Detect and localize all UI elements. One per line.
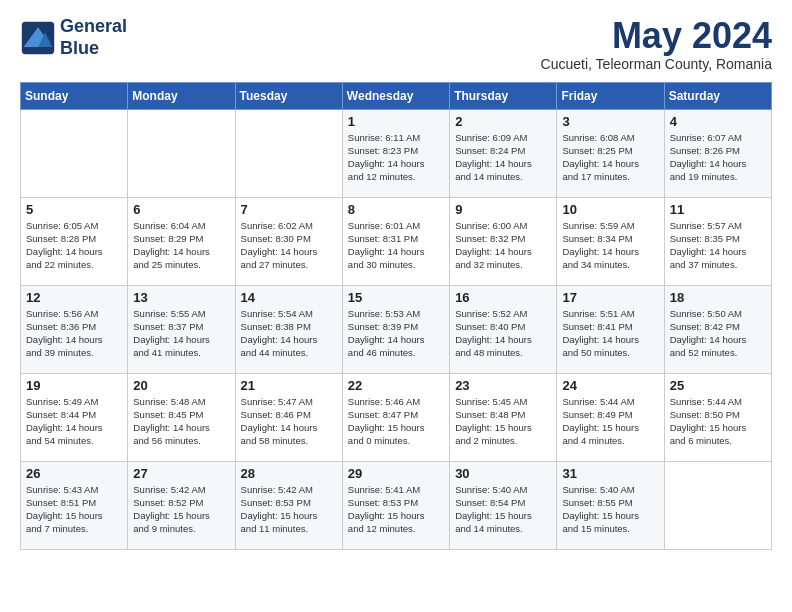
day-content: Sunrise: 5:42 AMSunset: 8:52 PMDaylight:… (133, 483, 229, 536)
date-number: 21 (241, 378, 337, 393)
day-content: Sunrise: 6:11 AMSunset: 8:23 PMDaylight:… (348, 131, 444, 184)
location-subtitle: Cucueti, Teleorman County, Romania (541, 56, 772, 72)
day-content: Sunrise: 5:51 AMSunset: 8:41 PMDaylight:… (562, 307, 658, 360)
day-cell: 2Sunrise: 6:09 AMSunset: 8:24 PMDaylight… (450, 109, 557, 197)
day-content: Sunrise: 5:45 AMSunset: 8:48 PMDaylight:… (455, 395, 551, 448)
day-content: Sunrise: 5:56 AMSunset: 8:36 PMDaylight:… (26, 307, 122, 360)
day-cell: 5Sunrise: 6:05 AMSunset: 8:28 PMDaylight… (21, 197, 128, 285)
day-cell: 22Sunrise: 5:46 AMSunset: 8:47 PMDayligh… (342, 373, 449, 461)
day-cell: 31Sunrise: 5:40 AMSunset: 8:55 PMDayligh… (557, 461, 664, 549)
date-number: 23 (455, 378, 551, 393)
date-number: 5 (26, 202, 122, 217)
day-cell (235, 109, 342, 197)
week-row-2: 5Sunrise: 6:05 AMSunset: 8:28 PMDaylight… (21, 197, 772, 285)
day-content: Sunrise: 5:59 AMSunset: 8:34 PMDaylight:… (562, 219, 658, 272)
logo-line1: General (60, 16, 127, 38)
day-content: Sunrise: 5:57 AMSunset: 8:35 PMDaylight:… (670, 219, 766, 272)
weekday-header-thursday: Thursday (450, 82, 557, 109)
week-row-5: 26Sunrise: 5:43 AMSunset: 8:51 PMDayligh… (21, 461, 772, 549)
date-number: 17 (562, 290, 658, 305)
day-cell: 9Sunrise: 6:00 AMSunset: 8:32 PMDaylight… (450, 197, 557, 285)
day-content: Sunrise: 5:46 AMSunset: 8:47 PMDaylight:… (348, 395, 444, 448)
weekday-header-row: SundayMondayTuesdayWednesdayThursdayFrid… (21, 82, 772, 109)
weekday-header-sunday: Sunday (21, 82, 128, 109)
date-number: 14 (241, 290, 337, 305)
day-content: Sunrise: 6:02 AMSunset: 8:30 PMDaylight:… (241, 219, 337, 272)
weekday-header-tuesday: Tuesday (235, 82, 342, 109)
header: General Blue May 2024 Cucueti, Teleorman… (20, 16, 772, 72)
day-content: Sunrise: 5:42 AMSunset: 8:53 PMDaylight:… (241, 483, 337, 536)
day-content: Sunrise: 5:43 AMSunset: 8:51 PMDaylight:… (26, 483, 122, 536)
day-content: Sunrise: 5:55 AMSunset: 8:37 PMDaylight:… (133, 307, 229, 360)
date-number: 28 (241, 466, 337, 481)
day-cell: 21Sunrise: 5:47 AMSunset: 8:46 PMDayligh… (235, 373, 342, 461)
day-cell: 15Sunrise: 5:53 AMSunset: 8:39 PMDayligh… (342, 285, 449, 373)
day-cell: 23Sunrise: 5:45 AMSunset: 8:48 PMDayligh… (450, 373, 557, 461)
day-cell: 11Sunrise: 5:57 AMSunset: 8:35 PMDayligh… (664, 197, 771, 285)
month-title: May 2024 (541, 16, 772, 56)
weekday-header-saturday: Saturday (664, 82, 771, 109)
date-number: 27 (133, 466, 229, 481)
week-row-3: 12Sunrise: 5:56 AMSunset: 8:36 PMDayligh… (21, 285, 772, 373)
day-cell: 10Sunrise: 5:59 AMSunset: 8:34 PMDayligh… (557, 197, 664, 285)
date-number: 25 (670, 378, 766, 393)
day-cell: 25Sunrise: 5:44 AMSunset: 8:50 PMDayligh… (664, 373, 771, 461)
day-cell: 6Sunrise: 6:04 AMSunset: 8:29 PMDaylight… (128, 197, 235, 285)
day-content: Sunrise: 6:01 AMSunset: 8:31 PMDaylight:… (348, 219, 444, 272)
week-row-1: 1Sunrise: 6:11 AMSunset: 8:23 PMDaylight… (21, 109, 772, 197)
date-number: 2 (455, 114, 551, 129)
weekday-header-friday: Friday (557, 82, 664, 109)
date-number: 15 (348, 290, 444, 305)
day-content: Sunrise: 5:40 AMSunset: 8:54 PMDaylight:… (455, 483, 551, 536)
date-number: 9 (455, 202, 551, 217)
day-cell: 12Sunrise: 5:56 AMSunset: 8:36 PMDayligh… (21, 285, 128, 373)
date-number: 10 (562, 202, 658, 217)
date-number: 1 (348, 114, 444, 129)
day-content: Sunrise: 5:50 AMSunset: 8:42 PMDaylight:… (670, 307, 766, 360)
day-cell: 17Sunrise: 5:51 AMSunset: 8:41 PMDayligh… (557, 285, 664, 373)
day-content: Sunrise: 5:44 AMSunset: 8:49 PMDaylight:… (562, 395, 658, 448)
day-content: Sunrise: 5:54 AMSunset: 8:38 PMDaylight:… (241, 307, 337, 360)
day-cell: 8Sunrise: 6:01 AMSunset: 8:31 PMDaylight… (342, 197, 449, 285)
day-cell (664, 461, 771, 549)
date-number: 11 (670, 202, 766, 217)
day-cell (21, 109, 128, 197)
day-cell: 1Sunrise: 6:11 AMSunset: 8:23 PMDaylight… (342, 109, 449, 197)
weekday-header-wednesday: Wednesday (342, 82, 449, 109)
date-number: 6 (133, 202, 229, 217)
logo: General Blue (20, 16, 127, 59)
date-number: 29 (348, 466, 444, 481)
day-content: Sunrise: 5:47 AMSunset: 8:46 PMDaylight:… (241, 395, 337, 448)
day-content: Sunrise: 5:48 AMSunset: 8:45 PMDaylight:… (133, 395, 229, 448)
day-content: Sunrise: 5:49 AMSunset: 8:44 PMDaylight:… (26, 395, 122, 448)
day-content: Sunrise: 5:41 AMSunset: 8:53 PMDaylight:… (348, 483, 444, 536)
day-cell: 13Sunrise: 5:55 AMSunset: 8:37 PMDayligh… (128, 285, 235, 373)
day-content: Sunrise: 5:40 AMSunset: 8:55 PMDaylight:… (562, 483, 658, 536)
day-content: Sunrise: 6:00 AMSunset: 8:32 PMDaylight:… (455, 219, 551, 272)
calendar-table: SundayMondayTuesdayWednesdayThursdayFrid… (20, 82, 772, 550)
day-content: Sunrise: 6:05 AMSunset: 8:28 PMDaylight:… (26, 219, 122, 272)
day-cell: 27Sunrise: 5:42 AMSunset: 8:52 PMDayligh… (128, 461, 235, 549)
date-number: 24 (562, 378, 658, 393)
day-content: Sunrise: 6:09 AMSunset: 8:24 PMDaylight:… (455, 131, 551, 184)
day-cell: 14Sunrise: 5:54 AMSunset: 8:38 PMDayligh… (235, 285, 342, 373)
day-cell: 19Sunrise: 5:49 AMSunset: 8:44 PMDayligh… (21, 373, 128, 461)
day-content: Sunrise: 5:44 AMSunset: 8:50 PMDaylight:… (670, 395, 766, 448)
weekday-header-monday: Monday (128, 82, 235, 109)
day-cell: 18Sunrise: 5:50 AMSunset: 8:42 PMDayligh… (664, 285, 771, 373)
date-number: 20 (133, 378, 229, 393)
day-cell: 20Sunrise: 5:48 AMSunset: 8:45 PMDayligh… (128, 373, 235, 461)
date-number: 7 (241, 202, 337, 217)
day-content: Sunrise: 6:04 AMSunset: 8:29 PMDaylight:… (133, 219, 229, 272)
date-number: 22 (348, 378, 444, 393)
day-cell: 3Sunrise: 6:08 AMSunset: 8:25 PMDaylight… (557, 109, 664, 197)
date-number: 8 (348, 202, 444, 217)
logo-line2: Blue (60, 38, 127, 60)
date-number: 31 (562, 466, 658, 481)
date-number: 16 (455, 290, 551, 305)
date-number: 18 (670, 290, 766, 305)
date-number: 12 (26, 290, 122, 305)
date-number: 13 (133, 290, 229, 305)
day-cell: 26Sunrise: 5:43 AMSunset: 8:51 PMDayligh… (21, 461, 128, 549)
day-cell: 29Sunrise: 5:41 AMSunset: 8:53 PMDayligh… (342, 461, 449, 549)
